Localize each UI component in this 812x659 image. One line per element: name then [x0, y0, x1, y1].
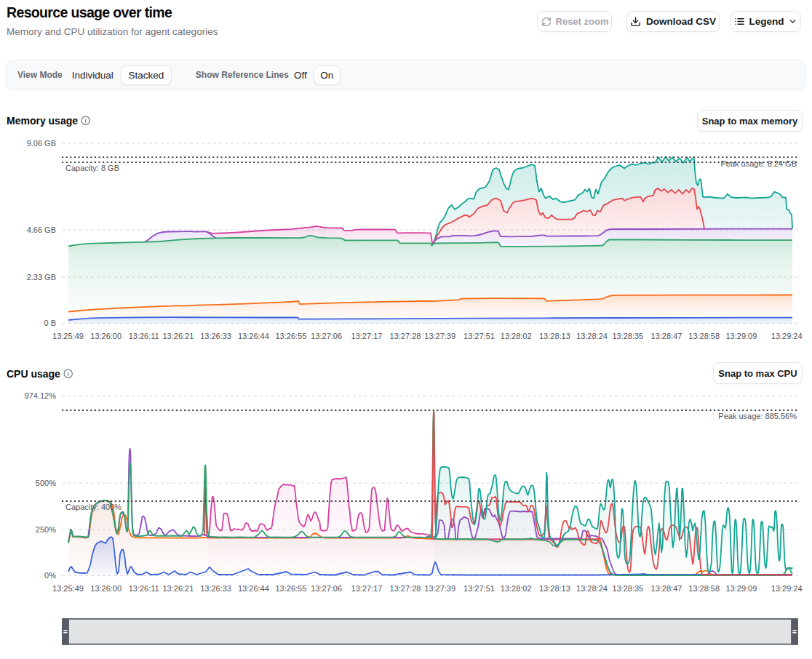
svg-text:13:26:44: 13:26:44	[238, 584, 269, 593]
svg-text:13:27:39: 13:27:39	[424, 584, 455, 593]
svg-text:13:26:11: 13:26:11	[129, 584, 159, 593]
svg-text:13:28:47: 13:28:47	[651, 332, 682, 340]
svg-text:13:26:33: 13:26:33	[200, 584, 231, 593]
svg-text:0%: 0%	[44, 571, 56, 580]
svg-text:13:27:17: 13:27:17	[351, 332, 383, 340]
svg-text:4.66 GB: 4.66 GB	[27, 225, 56, 234]
svg-text:13:28:58: 13:28:58	[688, 332, 720, 340]
svg-text:13:26:44: 13:26:44	[238, 332, 269, 340]
svg-text:13:29:24: 13:29:24	[771, 584, 803, 593]
svg-text:13:27:28: 13:27:28	[390, 332, 421, 340]
svg-text:13:29:09: 13:29:09	[725, 332, 757, 340]
svg-text:13:28:02: 13:28:02	[501, 332, 532, 340]
svg-text:Capacity: 400%: Capacity: 400%	[65, 503, 122, 511]
svg-text:9.06 GB: 9.06 GB	[27, 139, 56, 148]
svg-text:13:27:51: 13:27:51	[463, 584, 495, 593]
svg-text:13:27:06: 13:27:06	[311, 584, 342, 593]
svg-text:13:28:47: 13:28:47	[651, 584, 682, 593]
svg-text:13:25:49: 13:25:49	[52, 332, 84, 340]
svg-text:13:28:35: 13:28:35	[612, 584, 643, 593]
svg-text:13:26:11: 13:26:11	[129, 332, 159, 340]
svg-text:13:26:33: 13:26:33	[200, 332, 231, 340]
svg-text:13:28:58: 13:28:58	[688, 584, 720, 593]
svg-text:13:26:00: 13:26:00	[90, 584, 122, 593]
svg-text:13:28:24: 13:28:24	[576, 584, 608, 593]
svg-text:13:27:06: 13:27:06	[311, 332, 342, 340]
svg-text:Peak usage: 885.56%: Peak usage: 885.56%	[718, 412, 797, 420]
svg-text:250%: 250%	[36, 525, 56, 534]
svg-text:13:26:55: 13:26:55	[275, 332, 306, 340]
svg-text:500%: 500%	[36, 479, 56, 487]
svg-text:13:26:00: 13:26:00	[90, 332, 122, 340]
svg-text:13:28:02: 13:28:02	[501, 584, 532, 593]
svg-text:13:27:17: 13:27:17	[351, 584, 383, 593]
svg-text:13:29:24: 13:29:24	[771, 332, 803, 340]
svg-text:13:28:35: 13:28:35	[612, 332, 643, 340]
svg-text:13:27:51: 13:27:51	[463, 332, 495, 340]
svg-text:13:26:21: 13:26:21	[162, 332, 194, 340]
svg-text:0 B: 0 B	[44, 319, 56, 327]
svg-text:13:27:39: 13:27:39	[424, 332, 455, 340]
svg-text:Peak usage: 8.24 GB: Peak usage: 8.24 GB	[720, 159, 797, 168]
svg-text:13:25:49: 13:25:49	[52, 584, 84, 593]
svg-text:13:26:21: 13:26:21	[162, 584, 194, 593]
svg-text:2.33 GB: 2.33 GB	[27, 273, 56, 281]
svg-text:974.12%: 974.12%	[25, 391, 57, 400]
svg-text:13:28:13: 13:28:13	[539, 584, 570, 593]
svg-text:13:28:24: 13:28:24	[576, 332, 608, 340]
svg-text:Capacity: 8 GB: Capacity: 8 GB	[65, 164, 119, 172]
svg-text:13:28:13: 13:28:13	[539, 332, 570, 340]
svg-text:13:26:55: 13:26:55	[275, 584, 306, 593]
svg-text:13:27:28: 13:27:28	[390, 584, 421, 593]
svg-text:13:29:09: 13:29:09	[725, 584, 757, 593]
